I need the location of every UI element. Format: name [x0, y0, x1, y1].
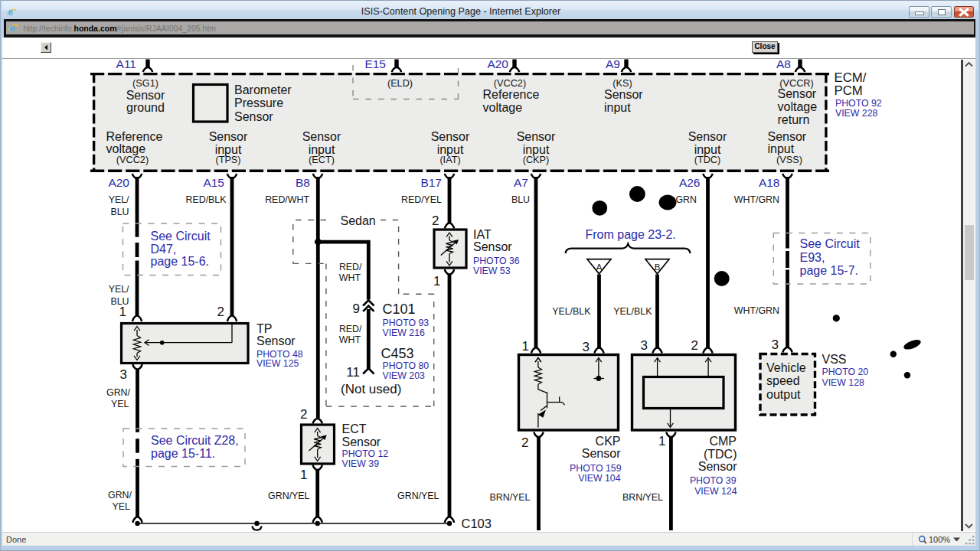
svg-text:output: output: [766, 388, 801, 401]
svg-text:VIEW 104: VIEW 104: [578, 473, 621, 484]
svg-text:(ELD): (ELD): [387, 78, 413, 89]
svg-text:GRN/: GRN/: [106, 387, 131, 398]
svg-text:VSS: VSS: [822, 353, 847, 366]
svg-text:input: input: [694, 143, 721, 156]
svg-text:input: input: [604, 101, 631, 114]
svg-text:Sensor: Sensor: [234, 110, 273, 123]
svg-text:(VSS): (VSS): [776, 155, 802, 165]
svg-text:B8: B8: [296, 176, 310, 189]
svg-text:C103: C103: [462, 517, 492, 530]
svg-text:GRN/YEL: GRN/YEL: [268, 491, 310, 501]
svg-text:See Circuit: See Circuit: [800, 237, 861, 250]
svg-text:Sensor: Sensor: [342, 435, 381, 448]
svg-text:A15: A15: [203, 176, 224, 189]
svg-text:Sensor: Sensor: [256, 334, 296, 347]
svg-text:VIEW 124: VIEW 124: [694, 486, 737, 497]
svg-text:VIEW 228: VIEW 228: [835, 108, 878, 119]
svg-text:Sensor: Sensor: [517, 130, 556, 143]
svg-text:PHOTO 80: PHOTO 80: [383, 360, 430, 371]
svg-text:A20: A20: [108, 176, 129, 189]
svg-text:2: 2: [432, 214, 439, 228]
svg-text:1: 1: [433, 274, 440, 289]
svg-text:CMP: CMP: [709, 435, 737, 448]
svg-text:Sensor: Sensor: [582, 447, 621, 460]
svg-text:GRN/YEL: GRN/YEL: [397, 491, 439, 501]
svg-text:Pressure: Pressure: [234, 96, 283, 109]
svg-text:Sensor: Sensor: [604, 88, 643, 101]
svg-text:A11: A11: [116, 57, 136, 70]
svg-text:input: input: [215, 143, 242, 156]
svg-text:PHOTO 12: PHOTO 12: [342, 448, 389, 459]
svg-text:E15: E15: [364, 57, 386, 70]
svg-text:TP: TP: [256, 322, 272, 335]
svg-text:2: 2: [300, 407, 307, 422]
svg-text:IAT: IAT: [473, 228, 492, 241]
svg-text:Reference: Reference: [106, 130, 163, 143]
svg-text:VIEW 125: VIEW 125: [256, 358, 299, 369]
svg-text:Sensor: Sensor: [473, 240, 512, 253]
svg-text:(TPS): (TPS): [215, 155, 240, 165]
svg-text:11: 11: [346, 365, 360, 380]
svg-text:Sedan: Sedan: [341, 214, 376, 227]
svg-text:(IAT): (IAT): [439, 155, 460, 165]
svg-text:voltage: voltage: [106, 142, 146, 155]
svg-text:VIEW 128: VIEW 128: [822, 377, 865, 388]
svg-text:See Circuit: See Circuit: [151, 230, 211, 243]
svg-text:B: B: [655, 262, 661, 272]
svg-text:B17: B17: [420, 176, 442, 189]
svg-text:voltage: voltage: [778, 100, 818, 113]
svg-text:Sensor: Sensor: [698, 460, 737, 473]
svg-text:YEL/BLK: YEL/BLK: [613, 306, 652, 317]
svg-text:BLU: BLU: [110, 207, 129, 217]
svg-text:C453: C453: [381, 346, 414, 361]
svg-text:Sensor: Sensor: [431, 130, 470, 143]
svg-text:RED/: RED/: [339, 262, 362, 272]
svg-text:return: return: [778, 113, 810, 126]
svg-text:E93,: E93,: [800, 251, 825, 264]
svg-text:A8: A8: [776, 57, 791, 70]
svg-text:GRN/: GRN/: [108, 490, 132, 500]
svg-text:page 15-11.: page 15-11.: [151, 447, 215, 460]
svg-text:YEL/BLK: YEL/BLK: [552, 306, 591, 317]
svg-text:Sensor: Sensor: [768, 130, 807, 143]
svg-text:Sensor: Sensor: [126, 89, 165, 102]
svg-text:(SG1): (SG1): [132, 78, 158, 89]
svg-text:YEL/: YEL/: [109, 194, 129, 205]
svg-text:(VCC2): (VCC2): [116, 155, 149, 165]
svg-text:See Circuit Z28,: See Circuit Z28,: [151, 434, 239, 447]
svg-text:PHOTO 159: PHOTO 159: [570, 463, 622, 474]
svg-text:YEL: YEL: [113, 501, 131, 512]
svg-text:Reference: Reference: [483, 88, 540, 101]
svg-text:Sensor: Sensor: [209, 130, 248, 143]
svg-text:speed: speed: [766, 374, 800, 387]
svg-text:(TDC): (TDC): [704, 448, 737, 461]
svg-text:RED/: RED/: [339, 324, 362, 334]
svg-text:3: 3: [120, 367, 127, 382]
svg-text:PHOTO 20: PHOTO 20: [822, 367, 869, 377]
svg-text:input: input: [437, 143, 464, 156]
svg-text:Sensor: Sensor: [302, 130, 341, 143]
svg-text:A26: A26: [679, 176, 701, 189]
svg-text:A20: A20: [487, 57, 508, 70]
svg-text:WHT: WHT: [339, 334, 361, 345]
svg-text:YEL/: YEL/: [109, 284, 129, 295]
svg-text:Barometer: Barometer: [234, 83, 292, 96]
svg-text:VIEW 203: VIEW 203: [383, 370, 426, 381]
svg-text:VIEW 216: VIEW 216: [383, 328, 426, 338]
svg-text:BLU: BLU: [511, 194, 530, 205]
svg-text:RED/BLK: RED/BLK: [185, 194, 227, 205]
svg-text:2: 2: [521, 435, 528, 450]
svg-text:RED/YEL: RED/YEL: [401, 194, 442, 205]
svg-text:input: input: [768, 142, 795, 155]
svg-text:ground: ground: [126, 101, 165, 114]
svg-text:(CKP): (CKP): [523, 155, 550, 165]
svg-text:A7: A7: [514, 176, 528, 189]
svg-text:A: A: [596, 262, 603, 272]
svg-text:3: 3: [772, 337, 779, 352]
svg-text:page 15-7.: page 15-7.: [800, 264, 859, 277]
svg-text:GRN: GRN: [675, 194, 697, 205]
svg-text:RED/WHT: RED/WHT: [265, 194, 309, 205]
svg-text:Sensor: Sensor: [778, 87, 817, 100]
svg-text:3: 3: [583, 340, 590, 354]
svg-text:PHOTO 93: PHOTO 93: [383, 318, 430, 328]
